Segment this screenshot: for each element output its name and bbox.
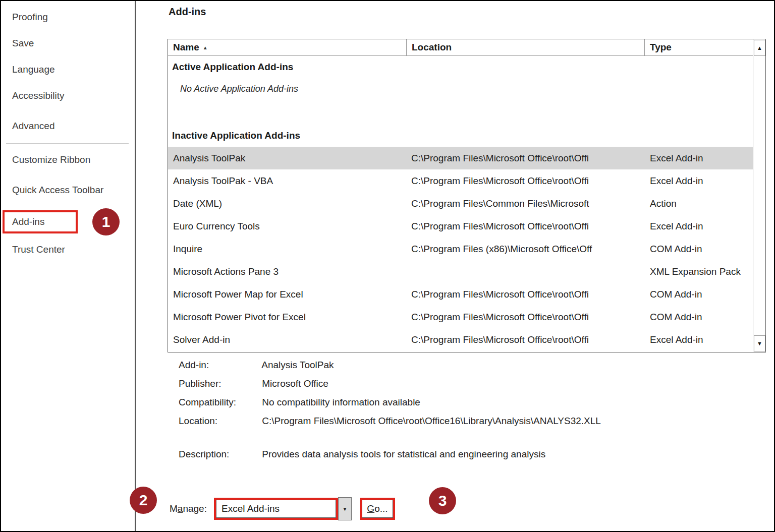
callout-badge-2: 2 (130, 487, 157, 514)
sidebar-divider (6, 143, 129, 144)
column-header-location[interactable]: Location (407, 39, 645, 55)
cell-location: C:\Program Files\Microsoft Office\root\O… (407, 312, 645, 323)
cell-name: Inquire (168, 244, 407, 255)
detail-line: Location: C:\Program Files\Microsoft Off… (179, 411, 601, 430)
go-button[interactable]: Go... (362, 500, 393, 518)
cell-name: Microsoft Power Map for Excel (168, 289, 407, 300)
cell-name: Microsoft Actions Pane 3 (168, 266, 407, 277)
table-row[interactable]: Solver Add-in C:\Program Files\Microsoft… (168, 328, 753, 351)
cell-location: C:\Program Files\Microsoft Office\root\O… (407, 221, 645, 232)
scroll-down-button[interactable]: ▼ (754, 335, 765, 351)
table-row[interactable]: Analysis ToolPak - VBA C:\Program Files\… (168, 169, 753, 192)
cell-type: COM Add-in (645, 312, 753, 323)
sidebar-item-trust-center[interactable]: Trust Center (1, 237, 135, 263)
sidebar-item-customize-ribbon[interactable]: Customize Ribbon (1, 147, 135, 173)
detail-label: Location: (179, 411, 259, 430)
sidebar-item-label: Proofing (12, 12, 48, 23)
detail-line: Add-in: Analysis ToolPak (179, 356, 601, 374)
manage-bar: Manage: Excel Add-ins ▼ Go... (170, 497, 395, 520)
cell-name: Microsoft Power Pivot for Excel (168, 312, 407, 323)
page-title: Add-ins (169, 6, 206, 18)
detail-label: Compatibility: (179, 393, 259, 411)
detail-line: Publisher: Microsoft Office (179, 374, 601, 393)
cell-name: Analysis ToolPak (168, 153, 407, 164)
sidebar-item-label: Quick Access Toolbar (12, 185, 103, 196)
table-row[interactable]: Date (XML) C:\Program Files\Common Files… (168, 192, 753, 215)
cell-location: C:\Program Files\Microsoft Office\root\O… (407, 175, 645, 187)
cell-type: Excel Add-in (645, 334, 753, 345)
cell-location: C:\Program Files (x86)\Microsoft Office\… (407, 244, 645, 255)
table-row[interactable]: Inquire C:\Program Files (x86)\Microsoft… (168, 238, 753, 260)
sidebar-item-label: Language (12, 64, 55, 75)
addins-table-body: Active Application Add-insNo Active Appl… (168, 56, 753, 351)
callout-badge-1: 1 (92, 208, 120, 235)
cell-name: Date (XML) (168, 198, 407, 209)
cell-type: XML Expansion Pack (645, 266, 753, 277)
detail-label: Add-in: (179, 356, 259, 374)
table-row[interactable]: Microsoft Actions Pane 3 XML Expansion P… (168, 260, 753, 283)
sidebar-item-accessibility[interactable]: Accessibility (1, 83, 135, 109)
column-header-name[interactable]: Name ▲ (168, 39, 407, 55)
sidebar-item-quick-access-toolbar[interactable]: Quick Access Toolbar (1, 177, 135, 203)
detail-label: Publisher: (179, 374, 259, 393)
detail-value: No compatibility information available (262, 397, 420, 407)
sidebar-item-advanced[interactable]: Advanced (1, 113, 135, 139)
callout-box-manage-dropdown: Excel Add-ins (214, 498, 338, 520)
sidebar-item-language[interactable]: Language (1, 56, 135, 83)
sidebar-item-add-ins[interactable]: Add-ins (3, 210, 78, 233)
detail-value: Analysis ToolPak (261, 360, 334, 370)
addin-details: Add-in: Analysis ToolPak Publisher: Micr… (179, 356, 601, 463)
sort-ascending-icon: ▲ (203, 45, 208, 50)
detail-label: Description: (179, 445, 259, 463)
cell-type: Excel Add-in (645, 175, 753, 187)
sidebar-item-proofing[interactable]: Proofing (1, 4, 135, 30)
addins-table-main: Name ▲ Location Type Active Application … (168, 39, 753, 352)
sidebar-item-label: Save (12, 38, 34, 49)
table-group-header: Active Application Add-ins (168, 56, 753, 78)
detail-line: Compatibility: No compatibility informat… (179, 393, 601, 411)
detail-value: Microsoft Office (262, 378, 328, 389)
table-row[interactable]: Microsoft Power Map for Excel C:\Program… (168, 283, 753, 306)
cell-name: Euro Currency Tools (168, 221, 407, 232)
sidebar-item-label: Accessibility (12, 90, 64, 101)
callout-box-go-button: Go... (360, 498, 395, 520)
table-row[interactable]: Analysis ToolPak C:\Program Files\Micros… (168, 147, 753, 169)
cell-name: Analysis ToolPak - VBA (168, 175, 407, 187)
table-group-header: Inactive Application Add-ins (168, 125, 753, 147)
table-scrollbar[interactable]: ▲ ▼ (753, 39, 765, 352)
cell-location: C:\Program Files\Common Files\Microsoft (407, 198, 645, 209)
column-header-name-label: Name (173, 42, 199, 53)
detail-line: Description: Provides data analysis tool… (179, 445, 601, 463)
addins-table: Name ▲ Location Type Active Application … (168, 39, 766, 352)
detail-value: Provides data analysis tools for statist… (262, 449, 545, 459)
column-header-type[interactable]: Type (645, 39, 753, 55)
cell-name: Solver Add-in (168, 334, 407, 345)
detail-value: C:\Program Files\Microsoft Office\root\O… (262, 416, 601, 426)
sidebar-item-label: Add-ins (12, 216, 44, 227)
sidebar-item-save[interactable]: Save (1, 30, 135, 56)
column-header-type-label: Type (650, 42, 672, 53)
cell-type: COM Add-in (645, 244, 753, 255)
cell-location: C:\Program Files\Microsoft Office\root\O… (407, 289, 645, 300)
callout-badge-3: 3 (429, 487, 456, 514)
cell-type: COM Add-in (645, 289, 753, 300)
cell-type: Action (645, 198, 753, 209)
manage-label: Manage: (170, 503, 207, 514)
table-row[interactable]: Euro Currency Tools C:\Program Files\Mic… (168, 215, 753, 238)
cell-location: C:\Program Files\Microsoft Office\root\O… (407, 334, 645, 345)
sidebar-item-label: Customize Ribbon (12, 154, 90, 165)
chevron-down-icon: ▼ (343, 506, 348, 512)
sidebar-item-label: Advanced (12, 121, 55, 132)
sidebar-item-label: Trust Center (12, 244, 65, 255)
options-sidebar: ProofingSaveLanguageAccessibilityAdvance… (1, 1, 136, 531)
scroll-up-button[interactable]: ▲ (754, 40, 765, 56)
scroll-up-icon: ▲ (757, 45, 762, 51)
cell-location: C:\Program Files\Microsoft Office\root\O… (407, 153, 645, 164)
column-header-location-label: Location (412, 42, 452, 53)
manage-dropdown-arrow-button[interactable]: ▼ (338, 497, 352, 520)
manage-dropdown[interactable]: Excel Add-ins (216, 500, 336, 518)
table-header: Name ▲ Location Type (168, 39, 753, 56)
excel-options-dialog: ProofingSaveLanguageAccessibilityAdvance… (0, 0, 775, 532)
scroll-down-icon: ▼ (757, 340, 762, 346)
table-row[interactable]: Microsoft Power Pivot for Excel C:\Progr… (168, 306, 753, 328)
